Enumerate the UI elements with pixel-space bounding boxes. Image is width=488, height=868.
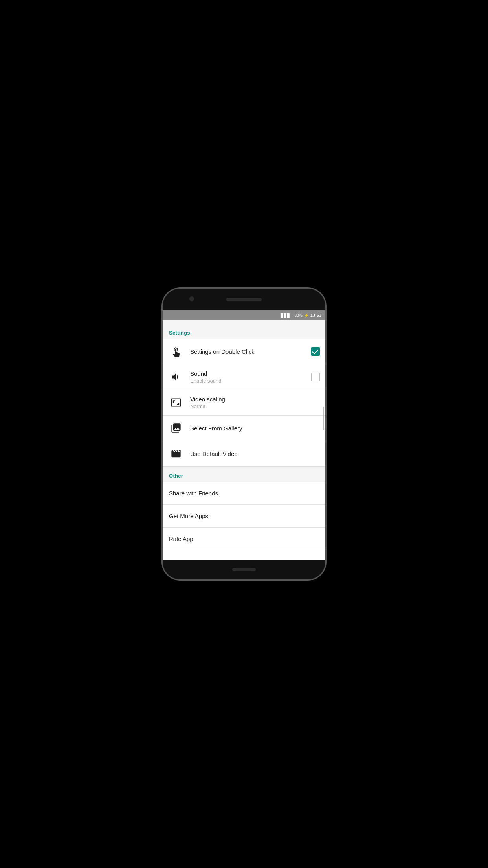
double-click-title: Settings on Double Click [190, 348, 308, 355]
checked-checkbox[interactable] [311, 347, 320, 356]
settings-section-header: Settings [163, 327, 325, 339]
double-click-text: Settings on Double Click [190, 348, 308, 355]
unchecked-checkbox[interactable] [311, 373, 320, 381]
double-click-checkbox[interactable] [311, 347, 320, 356]
share-title: Share with Friends [169, 490, 218, 497]
rate-app-item[interactable]: Rate App [163, 528, 325, 550]
gallery-icon [168, 420, 184, 436]
screen-content[interactable]: Settings Settings on Double Click [163, 320, 325, 560]
video-scaling-subtitle: Normal [190, 403, 320, 409]
default-video-item[interactable]: Use Default Video [163, 441, 325, 467]
other-section: Other [163, 467, 325, 482]
home-button[interactable] [232, 568, 256, 571]
phone-camera [189, 296, 194, 301]
more-apps-title: Get More Apps [169, 513, 208, 519]
default-video-text: Use Default Video [190, 451, 320, 457]
rate-app-title: Rate App [169, 535, 193, 542]
more-apps-item[interactable]: Get More Apps [163, 505, 325, 528]
video-scaling-title: Video scaling [190, 396, 320, 403]
battery-icon: ⚡ [304, 313, 309, 318]
gallery-title: Select From Gallery [190, 425, 320, 432]
gallery-item[interactable]: Select From Gallery [163, 416, 325, 441]
aspect-ratio-icon [168, 395, 184, 410]
bottom-spacer [163, 550, 325, 560]
touch-icon [168, 344, 184, 359]
other-section-header: Other [163, 470, 325, 482]
scrollbar [323, 407, 324, 430]
sound-subtitle: Enable sound [190, 378, 308, 384]
video-scaling-text: Video scaling Normal [190, 396, 320, 409]
sound-checkbox[interactable] [311, 373, 320, 381]
sound-text: Sound Enable sound [190, 370, 308, 384]
phone-bottom-bar [163, 560, 325, 579]
phone-frame: ▉▉▉▏ 83% ⚡ 13:53 Settings Settings on Do… [161, 287, 327, 581]
video-icon [168, 446, 184, 462]
phone-top-bar [163, 289, 325, 310]
default-video-title: Use Default Video [190, 451, 320, 457]
sound-title: Sound [190, 370, 308, 377]
battery-percent: 83% [295, 313, 303, 318]
video-scaling-item[interactable]: Video scaling Normal [163, 390, 325, 416]
signal-icon: ▉▉▉▏ [281, 313, 293, 318]
gallery-text: Select From Gallery [190, 425, 320, 432]
phone-screen: ▉▉▉▏ 83% ⚡ 13:53 Settings Settings on Do… [163, 310, 325, 560]
settings-double-click-item[interactable]: Settings on Double Click [163, 339, 325, 364]
phone-speaker [226, 298, 262, 301]
sound-item[interactable]: Sound Enable sound [163, 364, 325, 390]
share-item[interactable]: Share with Friends [163, 482, 325, 505]
status-bar: ▉▉▉▏ 83% ⚡ 13:53 [163, 310, 325, 320]
status-time: 13:53 [310, 313, 321, 318]
volume-icon [168, 369, 184, 385]
